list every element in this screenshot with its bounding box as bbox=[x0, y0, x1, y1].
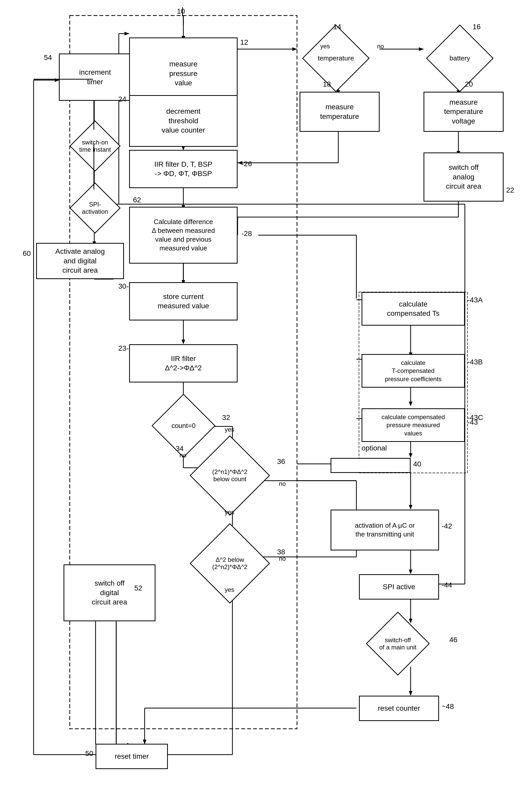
calc-comp-ts-node: calculatecompensated Ts bbox=[362, 292, 465, 326]
temp-right-label: no bbox=[377, 43, 384, 50]
svg-marker-99 bbox=[125, 32, 129, 35]
count-no-label: no bbox=[179, 452, 187, 459]
ref-10: 10 bbox=[177, 7, 185, 16]
calc-comp-pressure-node: calculate compensatedpressure measuredva… bbox=[362, 408, 465, 442]
box-40-node bbox=[330, 458, 411, 473]
ref-18: 18 bbox=[323, 80, 331, 88]
activate-analog-node: Activate analogand digitalcircuit area bbox=[36, 243, 124, 279]
ref-14: 14 bbox=[333, 23, 341, 31]
ref-36: 36 bbox=[277, 457, 285, 466]
ref-22: 22 bbox=[506, 186, 514, 194]
delta-below-node: Δ^2 below(2^n2)*ΦΔ^2 bbox=[186, 532, 274, 594]
ref-28: -28 bbox=[242, 230, 252, 238]
ref-40: 40 bbox=[413, 460, 421, 468]
spi-active-node: SPI active bbox=[359, 574, 439, 600]
ref-24: 24 bbox=[118, 95, 126, 103]
reset-timer-node: reset timer bbox=[96, 744, 168, 769]
temperature-node: temperature bbox=[294, 34, 377, 83]
svg-marker-74 bbox=[409, 691, 413, 696]
activation-muc-node: activation of A μC orthe transmitting un… bbox=[330, 510, 439, 550]
ref-52: 52 bbox=[134, 584, 142, 592]
flowchart-diagram: 10 incrementtimer 54 switch-ontime insta… bbox=[0, 0, 532, 805]
measure-temperature-node: measuretemperature bbox=[300, 92, 380, 132]
calc-t-comp-node: calculateT-compensatedpressure coefficie… bbox=[362, 354, 465, 388]
below-count-node: (2^n1)*ΦΔ^2below count bbox=[186, 444, 274, 507]
increment-timer-node: incrementtimer bbox=[59, 54, 131, 101]
ref-43a: -43A bbox=[468, 296, 483, 304]
count-yes-label: yes bbox=[225, 426, 234, 433]
temp-left-label: yes bbox=[320, 43, 330, 50]
svg-marker-49 bbox=[419, 47, 423, 51]
ref-42: -42 bbox=[442, 522, 452, 530]
ref-54: 54 bbox=[44, 54, 52, 62]
ref-44: -44 bbox=[442, 581, 452, 589]
ref-30: 30- bbox=[118, 282, 129, 291]
svg-marker-66 bbox=[409, 453, 413, 458]
iir-filter-1-node: IIR filter D, T, BSP-> ΦD, ΦT, ΦBSP bbox=[129, 150, 238, 188]
ref-43: -43 bbox=[468, 418, 478, 426]
below-count-yes-label: yes bbox=[225, 509, 234, 516]
ref-62: 62 bbox=[133, 196, 141, 204]
decrement-threshold-node: decrementthresholdvalue counter bbox=[129, 95, 238, 147]
svg-marker-24 bbox=[182, 340, 185, 344]
ref-12: 12 bbox=[240, 38, 248, 47]
ref-26: -26 bbox=[242, 160, 252, 168]
svg-marker-68 bbox=[409, 505, 413, 510]
svg-marker-64 bbox=[409, 402, 413, 406]
delta-yes-label: yes bbox=[225, 586, 234, 593]
switch-off-main-node: switch-offof a main unit bbox=[349, 620, 447, 667]
calc-difference-node: Calculate differenceΔ between measuredva… bbox=[129, 207, 238, 263]
measure-temp-voltage-node: measuretemperaturevoltage bbox=[423, 92, 504, 132]
svg-marker-70 bbox=[409, 570, 413, 574]
ref-50: 50 bbox=[85, 749, 93, 758]
iir-filter-2-node: IIR filterΔ^2->ΦΔ^2 bbox=[129, 344, 238, 383]
ref-48: ~48 bbox=[442, 702, 454, 711]
below-count-no-label: no bbox=[279, 480, 286, 488]
battery-node: battery bbox=[423, 34, 496, 83]
ref-23: 23- bbox=[118, 344, 129, 352]
switch-off-digital-node: switch offdigitalcircuit area bbox=[63, 564, 155, 621]
delta-no-label: no bbox=[279, 555, 286, 562]
ref-32: 32 bbox=[222, 414, 230, 422]
ref-43b: -43B bbox=[468, 358, 483, 366]
count-zero-node: count=0 bbox=[147, 402, 220, 450]
reset-counter-node: reset counter bbox=[359, 696, 439, 721]
ref-16: 16 bbox=[473, 23, 481, 31]
optional-label: optional bbox=[362, 444, 387, 452]
switch-off-analog-node: switch offanalogcircuit area bbox=[423, 152, 504, 202]
store-current-node: store currentmeasured value bbox=[129, 282, 238, 321]
switch-on-time-node: switch-ontime instant bbox=[59, 127, 131, 165]
ref-60: 60 bbox=[23, 250, 31, 258]
ref-20: 20 bbox=[465, 80, 473, 88]
ref-46: 46 bbox=[449, 636, 457, 644]
spi-activation-node: SPI-activation bbox=[59, 189, 131, 227]
